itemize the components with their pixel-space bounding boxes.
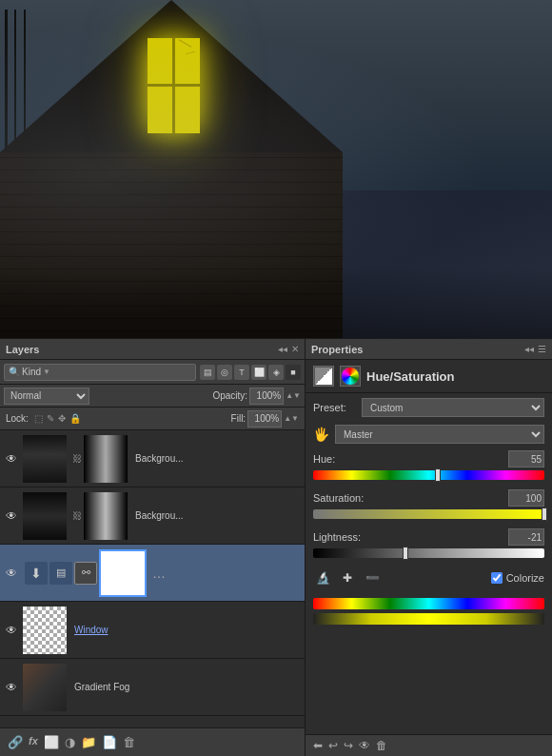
- hue-slider-row: Hue: 55: [306, 447, 552, 486]
- adj-layer-thumb-1: [313, 366, 334, 387]
- layers-panel-header: Layers ◂◂ ✕: [0, 339, 305, 360]
- layers-list: 👁 ⛓ Backgrou... 👁 ⛓ Backgrou...: [0, 430, 305, 727]
- eyedropper-minus-icon[interactable]: ➖: [363, 568, 382, 587]
- properties-panel-header: Properties ◂◂ ☰: [306, 339, 552, 360]
- layer-more-options[interactable]: …: [152, 566, 166, 581]
- lock-paint-icon[interactable]: ✎: [47, 413, 54, 424]
- hue-slider-header: Hue: 55: [313, 450, 544, 468]
- layer-item-active[interactable]: 👁 ⬇ ▤ ⚯ …: [0, 545, 305, 602]
- layer-search-bar: 🔍 Kind ▼ ▤ ◎ T ⬜ ◈ ■: [0, 360, 305, 385]
- opacity-arrow[interactable]: ▲▼: [286, 391, 301, 400]
- new-layer-icon[interactable]: 📄: [102, 735, 117, 749]
- layer-filter-shape[interactable]: ⬜: [251, 365, 266, 380]
- colorize-checkbox-row: Colorize: [491, 572, 544, 584]
- layer-name: Window: [70, 625, 301, 635]
- link-icon[interactable]: 🔗: [8, 735, 23, 749]
- opacity-input[interactable]: 100%: [249, 388, 284, 405]
- adj-layer-thumb-2: [340, 366, 361, 387]
- layer-filter-adjust[interactable]: ◎: [217, 365, 232, 380]
- layer-item[interactable]: 👁 Gradient Fog: [0, 659, 305, 716]
- prop-collapse-icon[interactable]: ◂◂: [524, 344, 534, 354]
- lightness-track[interactable]: [313, 548, 544, 558]
- blend-mode-select[interactable]: Normal: [4, 388, 89, 405]
- layers-panel: Layers ◂◂ ✕ 🔍 Kind ▼ ▤ ◎ T ⬜ ◈ ■: [0, 338, 305, 756]
- saturation-track[interactable]: [313, 509, 544, 519]
- layer-filter-dark[interactable]: ■: [286, 365, 301, 380]
- layer-filter-pixel[interactable]: ▤: [200, 365, 215, 380]
- layer-thumbnail: [23, 664, 67, 711]
- layer-name: Backgrou...: [131, 510, 301, 521]
- prop-bottom-icons: ⬅ ↩ ↪ 👁 🗑: [313, 739, 387, 752]
- fill-input[interactable]: [247, 410, 282, 428]
- layer-chain-icon[interactable]: ⛓: [70, 510, 84, 521]
- lightness-slider-header: Lightness: -21: [313, 528, 544, 546]
- prop-delete-icon[interactable]: 🗑: [376, 739, 387, 752]
- hue-track[interactable]: [313, 470, 544, 480]
- layer-visibility-toggle[interactable]: 👁: [4, 451, 19, 467]
- lock-move-icon[interactable]: ✥: [58, 413, 66, 424]
- prop-header-icons: ◂◂ ☰: [524, 344, 546, 354]
- adjustment-link-icon[interactable]: ⚯: [74, 562, 97, 585]
- lightness-value-input[interactable]: -21: [508, 528, 544, 546]
- prop-icon-2[interactable]: ↩: [328, 739, 338, 752]
- canvas-background: [0, 0, 552, 343]
- mask-icon[interactable]: ⬜: [44, 735, 59, 749]
- search-box[interactable]: 🔍 Kind ▼: [4, 364, 196, 381]
- channel-select[interactable]: Master: [335, 425, 544, 444]
- panel-controls: ◂◂ ✕: [278, 344, 299, 354]
- preset-label: Preset:: [313, 402, 356, 413]
- saturation-value-input[interactable]: 100: [508, 489, 544, 507]
- layer-visibility-toggle[interactable]: 👁: [4, 623, 19, 638]
- layer-visibility-toggle[interactable]: 👁: [4, 508, 19, 524]
- layer-visibility-toggle[interactable]: 👁: [4, 566, 19, 581]
- rainbow-color-bar: [313, 598, 544, 609]
- search-icon: 🔍: [9, 367, 20, 377]
- colorize-checkbox[interactable]: [491, 572, 503, 584]
- folder-icon[interactable]: 📁: [81, 735, 96, 749]
- layer-chain-icon[interactable]: ⛓: [70, 453, 84, 464]
- close-btn[interactable]: ✕: [291, 344, 299, 354]
- collapse-btn[interactable]: ◂◂: [278, 344, 287, 354]
- lightness-thumb[interactable]: [403, 547, 408, 560]
- dark-overlay: [0, 267, 552, 343]
- lock-bar: Lock: ⬚ ✎ ✥ 🔒 Fill: ▲▼: [0, 408, 305, 430]
- layer-mask-thumbnail: [84, 492, 128, 540]
- properties-bottom-toolbar: ⬅ ↩ ↪ 👁 🗑: [306, 734, 552, 756]
- lightness-slider-row: Lightness: -21: [306, 525, 552, 564]
- saturation-thumb[interactable]: [542, 507, 547, 521]
- prop-icon-3[interactable]: ↪: [344, 739, 353, 752]
- layer-thumbnail: [23, 492, 67, 540]
- lock-label: Lock:: [6, 413, 29, 424]
- hue-thumb[interactable]: [435, 468, 441, 482]
- layer-visibility-toggle[interactable]: 👁: [4, 680, 19, 695]
- adjustment-page-icon[interactable]: ▤: [49, 562, 72, 585]
- eyedropper-plus-icon[interactable]: ✚: [338, 568, 357, 587]
- channel-row: 🖐 Master: [306, 422, 552, 447]
- eyedropper-row: 🔬 ✚ ➖ Colorize: [306, 564, 552, 592]
- hue-value-input[interactable]: 55: [508, 450, 544, 468]
- adjustment-down-icon[interactable]: ⬇: [25, 562, 48, 585]
- preset-select[interactable]: Custom: [362, 398, 544, 417]
- layer-filter-smart[interactable]: ◈: [268, 365, 284, 380]
- hue-label: Hue:: [313, 453, 335, 465]
- hand-tool-icon[interactable]: 🖐: [313, 427, 329, 442]
- fill-row: Fill: ▲▼: [231, 410, 299, 428]
- properties-panel-title: Properties: [311, 344, 363, 355]
- layer-item[interactable]: 👁 ⛓ Backgrou...: [0, 487, 305, 545]
- eyedropper-icon[interactable]: 🔬: [313, 568, 332, 587]
- layer-filter-type[interactable]: T: [234, 365, 249, 380]
- lock-transparent-icon[interactable]: ⬚: [34, 413, 43, 424]
- layers-bottom-toolbar: 🔗 fx ⬜ ◑ 📁 📄 🗑: [0, 727, 305, 756]
- prop-icon-1[interactable]: ⬅: [313, 739, 323, 752]
- lock-all-icon[interactable]: 🔒: [69, 413, 81, 424]
- prop-menu-icon[interactable]: ☰: [538, 344, 546, 354]
- bottom-icons: 🔗 fx ⬜ ◑ 📁 📄 🗑: [8, 735, 135, 749]
- fill-arrow[interactable]: ▲▼: [284, 414, 299, 423]
- layer-item[interactable]: 👁 Window: [0, 602, 305, 659]
- prop-visibility-icon[interactable]: 👁: [359, 739, 370, 752]
- delete-layer-icon[interactable]: 🗑: [123, 735, 135, 749]
- layer-thumbnail: [23, 435, 67, 483]
- fx-icon[interactable]: fx: [29, 735, 38, 749]
- adjustment-icon[interactable]: ◑: [65, 735, 75, 749]
- layer-item[interactable]: 👁 ⛓ Backgrou...: [0, 430, 305, 487]
